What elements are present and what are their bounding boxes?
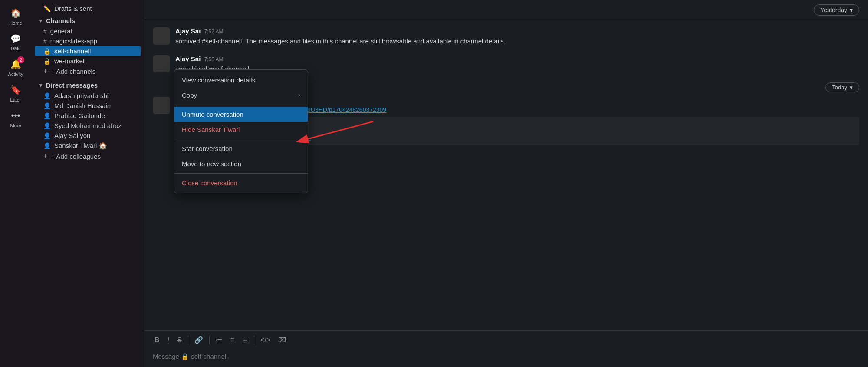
nav-home[interactable]: 🏠 Home [0,3,31,29]
dm-avatar-danish: 👤 [43,102,51,109]
avatar-1 [153,27,170,45]
context-copy[interactable]: Copy › [174,88,308,103]
activity-icon: 🔔 2 [10,58,22,70]
dm-avatar-adarsh: 👤 [43,92,51,99]
today-badge[interactable]: Today ▾ [825,82,859,92]
context-menu: View conversation details Copy › Unmute … [174,69,308,193]
more-label: More [10,123,21,128]
msg-content-1: Ajay Sai 7:52 AM archived #self-channell… [175,27,859,46]
hash-icon-general: # [43,28,47,35]
code-block-button[interactable]: ⌧ [276,335,288,345]
blockquote-button[interactable]: ⊟ [240,335,250,345]
dms-label: DMs [11,46,21,51]
dms-label: Direct messages [46,82,98,89]
add-colleagues-label: + Add colleagues [51,153,101,160]
dm-name-ajay: Ajay Sai you [54,132,90,139]
drafts-icon: ✏️ [43,5,51,12]
avatar-2 [153,55,170,72]
nav-activity[interactable]: 🔔 2 Activity [0,55,31,80]
msg-header-1: Ajay Sai 7:52 AM [175,27,859,35]
home-icon: 🏠 [10,7,22,19]
nav-dms[interactable]: 💬 DMs [0,29,31,55]
bullet-list-button[interactable]: ≡ [229,335,236,345]
dms-header[interactable]: ▼ Direct messages [31,80,144,91]
toolbar-divider-3 [254,336,254,344]
activity-label: Activity [8,72,23,77]
channel-wemarket-name: we-market [54,57,85,65]
drafts-label: Drafts & sent [54,5,92,12]
sidebar-channel-general[interactable]: # general [31,26,144,36]
dm-avatar-sanskar: 👤 [43,142,51,149]
channels-header[interactable]: ▼ Channels [31,15,144,26]
context-close[interactable]: Close conversation [174,175,308,190]
dm-name-danish: Md Danish Hussain [54,102,111,109]
sidebar-dm-sanskar[interactable]: 👤 Sanskar Tiwari 🏠 [31,141,144,151]
lock-icon-we: 🔒 [43,58,51,65]
msg-time-1: 7:52 AM [204,29,223,35]
context-move-section[interactable]: Move to new section [174,156,308,171]
context-star[interactable]: Star conversation [174,141,308,156]
italic-button[interactable]: I [166,335,171,345]
link-button[interactable]: 🔗 [193,335,205,345]
today-chevron: ▾ [850,84,853,91]
toolbar-divider-1 [188,336,188,344]
message-input[interactable] [153,353,859,360]
dms-chevron: ▼ [38,82,43,88]
dm-avatar-syed: 👤 [43,122,51,129]
msg-text-1: archived #self-channell. The messages an… [175,36,859,46]
sidebar-dm-ajay[interactable]: 👤 Ajay Sai you [31,131,144,141]
add-channels-label: + Add channels [51,68,95,75]
add-colleagues-btn[interactable]: + + Add colleagues [31,151,144,161]
yesterday-chevron: ▾ [850,7,853,13]
sidebar-channel-magicslides[interactable]: # magicslides-app [31,36,144,46]
sidebar-dm-danish[interactable]: 👤 Md Danish Hussain [31,101,144,111]
sidebar-channel-self[interactable]: 🔒 self-channell [35,46,141,56]
nav-more[interactable]: ••• More [0,106,31,131]
later-icon: 🔖 [10,84,22,96]
code-button[interactable]: </> [259,335,272,345]
sidebar-dm-prahlad[interactable]: 👤 Prahlad Gaitonde [31,111,144,121]
dm-avatar-prahlad: 👤 [43,112,51,119]
context-view-details[interactable]: View conversation details [174,72,308,88]
copy-arrow: › [298,92,300,98]
context-unmute[interactable]: Unmute conversation [174,107,308,122]
dm-name-sanskar: Sanskar Tiwari 🏠 [54,142,107,150]
context-divider-1 [174,105,308,105]
ordered-list-button[interactable]: ≔ [214,335,224,345]
nav-later[interactable]: 🔖 Later [0,80,31,106]
chat-toolbar: B I S 🔗 ≔ ≡ ⊟ </> ⌧ [144,330,868,349]
home-label: Home [9,20,22,26]
context-divider-3 [174,173,308,174]
icon-nav: 🏠 Home 💬 DMs 🔔 2 Activity 🔖 Later ••• Mo… [0,0,31,367]
msg-time-2: 7:55 AM [204,56,223,62]
channels-chevron: ▼ [38,18,43,24]
yesterday-badge[interactable]: Yesterday ▾ [814,4,859,16]
context-divider-2 [174,139,308,139]
lock-icon-self: 🔒 [43,48,51,55]
sidebar-dm-syed[interactable]: 👤 Syed Mohammed afroz [31,121,144,131]
add-channels-icon: + [43,67,47,75]
msg-header-2: Ajay Sai 7:55 AM [175,55,859,62]
channel-self-name: self-channell [54,47,91,55]
dm-name-prahlad: Prahlad Gaitonde [54,112,105,119]
strikethrough-button[interactable]: S [175,335,184,345]
add-channels-btn[interactable]: + + Add channels [31,66,144,76]
dm-name-syed: Syed Mohammed afroz [54,122,122,129]
later-label: Later [10,97,21,102]
msg-author-2: Ajay Sai [175,55,201,62]
sidebar-channel-wemarket[interactable]: 🔒 we-market [31,56,144,66]
channels-label: Channels [46,17,76,24]
chat-header: Yesterday ▾ [144,0,868,20]
sidebar-dm-adarsh[interactable]: 👤 Adarsh priyadarshi [31,91,144,101]
sidebar-drafts[interactable]: ✏️ Drafts & sent [31,3,144,13]
yesterday-label: Yesterday [820,7,847,13]
today-label: Today [832,84,847,91]
msg-author-1: Ajay Sai [175,27,201,35]
context-hide[interactable]: Hide Sanskar Tiwari [174,122,308,137]
dms-icon: 💬 [10,33,22,45]
dm-avatar-ajay: 👤 [43,132,51,139]
chat-input-area [144,349,868,367]
channels-section: ▼ Channels # general # magicslides-app 🔒… [31,13,144,78]
more-icon: ••• [10,109,22,121]
bold-button[interactable]: B [153,335,161,345]
